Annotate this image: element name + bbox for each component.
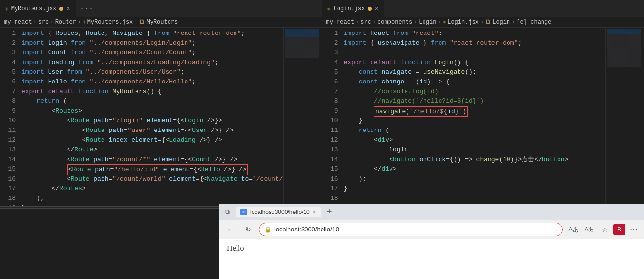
rcode-line-14: <button onClick={() => change(10)}>点击</b… [342,155,606,164]
code-line-10: <Route path="/login" element={<Login />}… [19,116,283,126]
browser-tab-localhost[interactable]: ⚛ localhost:3000/hello/10 × [236,207,321,217]
bc-file-icon: ⚛ [83,19,86,25]
tab-label-myrouters: MyRouters.jsx [11,5,57,12]
rbc-change-fn: [e] change [516,19,551,26]
code-line-6: import Hello from "../components/Hello/H… [19,77,283,87]
code-line-2: import Login from "../components/Login/L… [19,38,283,48]
modified-dot-left [59,7,63,11]
left-minimap [283,28,322,206]
code-line-18: ); [19,194,283,203]
modified-dot-right [368,7,372,11]
left-code-area: 12345 678910 1112131415 1617181920 21 im… [0,28,322,206]
rbc-components: components [377,19,412,26]
bc-my-react: my-react [4,19,32,26]
browser-actions: Aあ Aあ ☆ B ⋯ [567,223,641,236]
bottom-area: ⧉ ⚛ localhost:3000/hello/10 × + ← ↻ 🔒 lo… [0,209,644,279]
rcode-line-18 [342,194,606,203]
rbc-login-fn: Login [492,19,510,26]
rbc-login-dir: Login [419,19,436,26]
browser-back-button[interactable]: ← [224,223,237,236]
bc-myrouters-file: MyRouters.jsx [87,19,133,26]
browser-tab-bar: ⧉ ⚛ localhost:3000/hello/10 × + [219,204,644,220]
right-code-content: import React from "react"; import { useN… [342,28,606,206]
tab-myrouters[interactable]: ⚛ MyRouters.jsx × [0,0,76,17]
rcode-line-17: } [342,184,606,194]
bc-file-icon2: 🗋 [139,18,145,26]
rcode-line-6: const change = (id) => { [342,77,606,87]
left-code-content: import { Routes, Route, Navigate } from … [19,28,283,206]
browser-tab-close[interactable]: × [313,209,316,215]
right-tab-group: ⚛ Login.jsx × [322,0,644,17]
left-editor: my-react › src › Router › ⚛ MyRouters.js… [0,17,322,206]
rcode-line-12: <div> [342,135,606,145]
rbc-src: src [360,19,371,26]
rbc-login-file: Login.jsx [447,19,479,26]
jsx-file-icon: ⚛ [5,6,8,12]
browser-favorites[interactable]: ☆ [598,223,611,236]
bc-router: Router [55,19,76,26]
code-line-16: <Route path="/count/world" element={<Nav… [19,174,283,184]
more-tabs-left[interactable]: ··· [76,0,98,17]
browser-toolbar: ← ↻ 🔒 localhost:3000/hello/10 Aあ Aあ ☆ B … [219,220,644,239]
new-tab-button[interactable]: + [325,207,334,217]
bc-src: src [38,19,49,26]
browser-settings[interactable]: ⋯ [627,223,641,236]
code-line-1: import { Routes, Route, Navigate } from … [19,29,283,38]
bc-myrouters-fn: MyRouters [147,19,178,26]
code-line-13: </Route> [19,145,283,155]
right-breadcrumb: my-react › src › components › Login › ⚛ … [322,17,644,28]
jsx-file-icon-right: ⚛ [327,6,331,12]
rbc-my-react: my-react [326,19,355,26]
rcode-line-1: import React from "react"; [342,29,606,38]
browser-panel: ⧉ ⚛ localhost:3000/hello/10 × + ← ↻ 🔒 lo… [219,204,644,279]
rcode-line-4: export default function Login() { [342,58,606,67]
close-tab-left[interactable]: × [66,5,70,12]
rcode-line-10: } [342,116,606,126]
rcode-line-5: const navigate = useNavigate(); [342,67,606,77]
tab-bar: ⚛ MyRouters.jsx × ··· ⚛ Login.jsx × [0,0,644,17]
rcode-line-7: //console.log(id) [342,87,606,97]
browser-tab-label: localhost:3000/hello/10 [250,209,310,215]
right-editor: my-react › src › components › Login › ⚛ … [322,17,644,206]
browser-content: Hello [219,239,644,279]
browser-refresh-button[interactable]: ↻ [241,223,255,236]
browser-url-text: localhost:3000/hello/10 [274,226,339,233]
code-line-14: <Route path="/count/*" element={<Count /… [19,155,283,164]
rcode-line-9: navigate(`/hello/${id}`) [342,106,606,116]
code-line-11: <Route path="user" element={<User />} /> [19,126,283,135]
browser-read-aloud[interactable]: Aあ [567,223,580,236]
rcode-line-13: login [342,145,606,155]
tab-label-login: Login.jsx [334,5,365,12]
browser-window-toggle[interactable]: ⧉ [223,208,232,216]
rcode-line-15: </div> [342,164,606,174]
browser-aa-button[interactable]: Aあ [582,223,596,236]
rcode-line-3 [342,48,606,58]
left-tab-group: ⚛ MyRouters.jsx × ··· [0,0,322,17]
browser-page-text: Hello [227,244,244,252]
code-line-8: return ( [19,97,283,106]
browser-bing[interactable]: B [613,224,625,235]
rcode-line-8: //navigate(`/hello?id=${id}`) [342,97,606,106]
code-line-7: export default function MyRouters() { [19,87,283,97]
close-tab-right[interactable]: × [374,5,378,12]
left-breadcrumb: my-react › src › Router › ⚛ MyRouters.js… [0,17,322,28]
right-code-area: 12345 678910 1112131415 161718 import Re… [322,28,644,206]
rcode-line-11: return ( [342,126,606,135]
code-line-4: import Loading from "../components/Loadi… [19,58,283,67]
code-line-9: <Routes> [19,106,283,116]
rbc-jsx-icon: ⚛ [443,19,446,25]
right-minimap [605,28,644,206]
favicon: ⚛ [240,209,247,215]
code-line-17: </Routes> [19,184,283,194]
lock-icon: 🔒 [264,226,271,233]
rcode-line-2: import { useNavigate } from "react-route… [342,38,606,48]
browser-address-bar[interactable]: 🔒 localhost:3000/hello/10 [259,223,563,236]
tab-login[interactable]: ⚛ Login.jsx × [322,0,384,17]
code-line-15: <Route path="/hello/:id" element={<Hello… [19,164,283,174]
code-line-12: <Route index element={<Loading />} /> [19,135,283,145]
editors-row: my-react › src › Router › ⚛ MyRouters.js… [0,17,644,206]
rcode-line-16: ); [342,174,606,184]
right-line-numbers: 12345 678910 1112131415 161718 [322,28,342,206]
left-line-numbers: 12345 678910 1112131415 1617181920 21 [0,28,19,206]
code-line-5: import User from "../components/User/Use… [19,67,283,77]
